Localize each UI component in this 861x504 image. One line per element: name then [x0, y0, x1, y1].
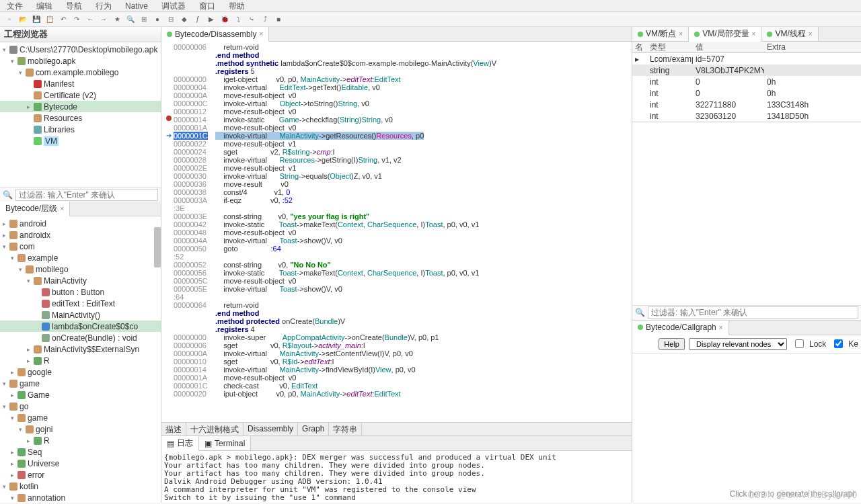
- run-icon[interactable]: ▶: [206, 13, 217, 24]
- twisty-icon[interactable]: ▸: [11, 369, 17, 376]
- filter-input[interactable]: [15, 189, 158, 201]
- menu-行为[interactable]: 行为: [89, 0, 118, 11]
- twisty-icon[interactable]: ▾: [11, 58, 17, 65]
- rtab[interactable]: VM/断点×: [632, 27, 689, 41]
- console-output[interactable]: {mobilego.apk > mobilego.apk}: DEX merge…: [161, 451, 632, 503]
- hier-item[interactable]: MainActivity(): [0, 309, 161, 321]
- hier-item[interactable]: ▸MainActivity$$ExternalSyn: [0, 343, 161, 355]
- tab-log[interactable]: ▤ 日志: [161, 436, 199, 451]
- method-icon[interactable]: ƒ: [192, 13, 203, 24]
- tree-item[interactable]: ▾C:\Users\27770\Desktop\mobilego.apk: [0, 44, 161, 55]
- twisty-icon[interactable]: ▾: [3, 483, 9, 490]
- close-icon[interactable]: ×: [60, 205, 64, 212]
- hier-item[interactable]: ▸Seq: [0, 446, 161, 458]
- hier-item[interactable]: ▾example: [0, 252, 161, 263]
- close-icon[interactable]: ×: [752, 30, 756, 38]
- hier-item[interactable]: button : Button: [0, 286, 161, 298]
- code-editor[interactable]: 00000006 return-void.end method.method s…: [161, 42, 632, 422]
- btab-Disassembly[interactable]: Disassembly: [244, 423, 298, 435]
- twisty-icon[interactable]: ▸: [27, 346, 34, 353]
- hier-item[interactable]: ▾com: [0, 241, 161, 252]
- hier-item[interactable]: ▸R: [0, 435, 161, 446]
- save-icon[interactable]: 💾: [31, 13, 42, 24]
- menu-帮助[interactable]: 帮助: [222, 0, 252, 11]
- hier-item[interactable]: ▾annotation: [0, 492, 161, 503]
- scrollbar-thumb[interactable]: [154, 227, 161, 267]
- menu-导航[interactable]: 导航: [59, 0, 89, 11]
- btab-十六进制格式[interactable]: 十六进制格式: [186, 423, 244, 435]
- menu-文件[interactable]: 文件: [0, 0, 30, 11]
- var-row[interactable]: ▸Lcom/exampid=5707: [632, 53, 861, 65]
- twisty-icon[interactable]: ▾: [19, 266, 26, 273]
- twisty-icon[interactable]: ▾: [27, 278, 34, 284]
- hier-item[interactable]: ▸android: [0, 218, 161, 229]
- tree-item[interactable]: Manifest: [0, 78, 161, 89]
- struct-icon[interactable]: ⊞: [139, 13, 149, 24]
- hier-item[interactable]: ▾kotlin: [0, 480, 161, 492]
- hier-item[interactable]: ▸error: [0, 469, 161, 480]
- close-icon[interactable]: ×: [259, 30, 263, 38]
- tree-item[interactable]: ▾mobilego.apk: [0, 55, 161, 67]
- btab-字符串[interactable]: 字符串: [329, 423, 362, 435]
- hier-item[interactable]: ▸Game: [0, 389, 161, 401]
- hier-item[interactable]: editText : EditText: [0, 298, 161, 309]
- twisty-icon[interactable]: ▸: [3, 220, 9, 227]
- debug-icon[interactable]: 🐞: [219, 13, 230, 24]
- hierarchy-tree[interactable]: ▸android▸androidx▾com▾example▾mobilego▾M…: [0, 216, 161, 503]
- hier-item[interactable]: ▾game: [0, 378, 161, 389]
- twisty-icon[interactable]: ▾: [3, 380, 9, 387]
- redo-icon[interactable]: ↷: [71, 13, 82, 24]
- btab-Graph[interactable]: Graph: [298, 423, 329, 435]
- menu-窗口[interactable]: 窗口: [192, 0, 222, 11]
- var-row[interactable]: int00h: [632, 87, 861, 99]
- twisty-icon[interactable]: ▾: [3, 46, 9, 53]
- help-button[interactable]: Help: [659, 338, 685, 350]
- callgraph-canvas[interactable]: Click here to generate the callgraph: [632, 353, 861, 503]
- hier-item[interactable]: ▾game: [0, 412, 161, 423]
- step-out-icon[interactable]: ⤴: [260, 13, 270, 24]
- twisty-icon[interactable]: ▸: [3, 232, 9, 239]
- btab-描述[interactable]: 描述: [161, 423, 186, 435]
- close-icon[interactable]: ×: [809, 30, 813, 38]
- twisty-icon[interactable]: ▾: [11, 255, 17, 261]
- twisty-icon[interactable]: ▸: [27, 358, 34, 364]
- close-icon[interactable]: ×: [719, 324, 723, 331]
- nav-fwd-icon[interactable]: →: [98, 13, 109, 24]
- hier-item[interactable]: ▾mobilego: [0, 263, 161, 275]
- menu-调试器[interactable]: 调试器: [155, 0, 192, 11]
- tree-item[interactable]: Certificate (v2): [0, 89, 161, 101]
- twisty-icon[interactable]: ▾: [3, 243, 9, 250]
- hier-item[interactable]: ▸R: [0, 355, 161, 366]
- right-filter-input[interactable]: [648, 306, 858, 319]
- hier-item[interactable]: lambda$onCreate$0$co: [0, 321, 161, 332]
- twisty-icon[interactable]: ▾: [19, 69, 26, 76]
- twisty-icon[interactable]: ▸: [11, 392, 17, 398]
- zoom-icon[interactable]: 🔍: [125, 13, 136, 24]
- tab-disassembly[interactable]: Bytecode/Disassembly ×: [161, 27, 269, 42]
- rtab[interactable]: VM/线程×: [761, 27, 818, 41]
- tree-icon[interactable]: ⊟: [165, 13, 176, 24]
- twisty-icon[interactable]: ▾: [11, 415, 17, 421]
- bookmark-icon[interactable]: ★: [112, 13, 122, 24]
- undo-icon[interactable]: ↶: [58, 13, 69, 24]
- close-icon[interactable]: ×: [679, 30, 683, 38]
- step-into-icon[interactable]: ⤷: [246, 13, 257, 24]
- open-icon[interactable]: 📂: [17, 13, 28, 24]
- twisty-icon[interactable]: ▸: [27, 437, 34, 444]
- hier-item[interactable]: ▾go: [0, 401, 161, 412]
- var-row[interactable]: int32306312013418D50h: [632, 110, 861, 122]
- tab-callgraph[interactable]: Bytecode/Callgraph ×: [632, 321, 729, 335]
- hier-item[interactable]: ▾MainActivity: [0, 275, 161, 286]
- project-tree[interactable]: ▾C:\Users\27770\Desktop\mobilego.apk▾mob…: [0, 42, 161, 187]
- tree-item[interactable]: Resources: [0, 112, 161, 124]
- tree-item[interactable]: ▾com.example.mobilego: [0, 67, 161, 78]
- hier-item[interactable]: ▸androidx: [0, 229, 161, 241]
- twisty-icon[interactable]: ▾: [11, 495, 17, 501]
- menu-Native[interactable]: Native: [118, 0, 155, 11]
- class-icon[interactable]: ●: [152, 13, 163, 24]
- lock-checkbox[interactable]: [795, 339, 804, 348]
- tree-item[interactable]: ▸Bytecode: [0, 101, 161, 112]
- var-row[interactable]: stringV8L3ObJT4PK2MY.: [632, 65, 861, 76]
- stop-icon[interactable]: ■: [273, 13, 284, 24]
- var-row[interactable]: int00h: [632, 76, 861, 87]
